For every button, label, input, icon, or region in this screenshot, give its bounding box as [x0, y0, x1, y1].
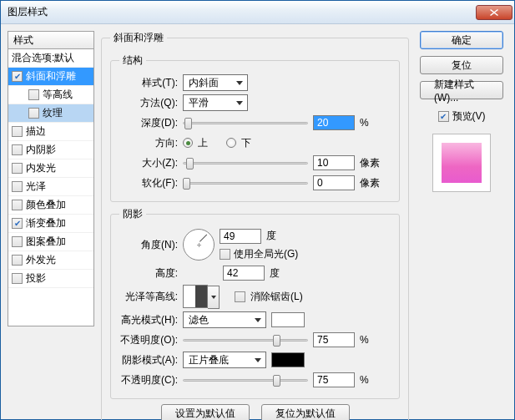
style-label: 样式(T):	[119, 76, 178, 90]
shadow-opacity-unit: %	[360, 374, 369, 386]
close-button[interactable]	[476, 5, 512, 20]
depth-label: 深度(D):	[119, 116, 178, 130]
checkbox-icon[interactable]	[12, 236, 23, 247]
checkbox-icon[interactable]	[12, 255, 23, 266]
gloss-label: 光泽等高线:	[119, 290, 178, 304]
sidebar-item-outerglow[interactable]: 外发光	[8, 251, 93, 270]
direction-up-label: 上	[198, 136, 208, 150]
highlight-opacity-label: 不透明度(O):	[119, 333, 178, 347]
button-label: 新建样式(W)...	[434, 78, 489, 104]
sidebar-item-texture[interactable]: 纹理	[8, 104, 93, 123]
antialias-checkbox[interactable]	[235, 291, 245, 302]
sidebar-item-label: 外发光	[26, 253, 56, 267]
window-title: 图层样式	[8, 5, 48, 19]
antialias-label: 消除锯齿(L)	[250, 290, 303, 304]
sidebar-item-gradientoverlay[interactable]: 渐变叠加	[8, 215, 93, 233]
select-value: 内斜面	[189, 76, 219, 90]
direction-down-radio[interactable]	[226, 138, 236, 148]
shadow-mode-select[interactable]: 正片叠底	[183, 352, 266, 368]
highlight-color-swatch[interactable]	[271, 312, 305, 327]
button-label: 复位	[452, 58, 472, 73]
chevron-down-icon	[252, 354, 264, 366]
sidebar-item-label: 等高线	[43, 88, 73, 102]
shadow-opacity-slider[interactable]	[183, 374, 308, 386]
checkbox-icon[interactable]	[12, 181, 23, 192]
altitude-input[interactable]: 42	[223, 266, 265, 281]
button-label: 确定	[452, 33, 472, 48]
set-default-button[interactable]: 设置为默认值	[161, 404, 250, 420]
style-select[interactable]: 内斜面	[183, 74, 248, 91]
checkbox-icon[interactable]	[12, 71, 23, 82]
checkbox-icon[interactable]	[12, 163, 23, 174]
sidebar-item-label: 描边	[26, 124, 46, 139]
gloss-contour-picker[interactable]	[183, 285, 208, 308]
sidebar-item-innerglow[interactable]: 内发光	[8, 159, 93, 178]
direction-up-radio[interactable]	[183, 138, 193, 148]
angle-input[interactable]: 49	[220, 229, 261, 244]
styles-sidebar: 样式 混合选项:默认 斜面和浮雕 等高线 纹理 描边 内阴影 内发光 光泽 颜色…	[8, 31, 94, 412]
sidebar-item-patternoverlay[interactable]: 图案叠加	[8, 233, 93, 251]
size-unit: 像素	[360, 156, 380, 170]
global-light-checkbox[interactable]	[220, 249, 230, 260]
direction-down-label: 下	[241, 136, 251, 150]
sidebar-item-label: 图案叠加	[26, 235, 66, 249]
preview-checkbox[interactable]	[438, 111, 449, 122]
altitude-label: 高度:	[119, 266, 178, 281]
direction-label: 方向:	[119, 136, 178, 150]
shadow-opacity-input[interactable]: 75	[313, 372, 355, 387]
sidebar-item-label: 渐变叠加	[26, 216, 66, 230]
shading-group: 阴影 角度(N): 49 度 使用全局	[110, 207, 400, 399]
sidebar-item-label: 内阴影	[26, 143, 56, 157]
method-select[interactable]: 平滑	[183, 94, 248, 111]
sidebar-item-bevel[interactable]: 斜面和浮雕	[8, 68, 93, 86]
checkbox-icon[interactable]	[12, 218, 23, 229]
highlight-opacity-input[interactable]: 75	[313, 332, 355, 347]
sidebar-item-satin[interactable]: 光泽	[8, 178, 93, 196]
sidebar-item-coloroverlay[interactable]: 颜色叠加	[8, 196, 93, 215]
dialog-window: 图层样式 样式 混合选项:默认 斜面和浮雕 等高线 纹理 描边 内阴影 内发光 …	[0, 0, 515, 420]
newstyle-button[interactable]: 新建样式(W)...	[420, 81, 503, 99]
chevron-down-icon	[234, 77, 245, 89]
sidebar-item-innershadow[interactable]: 内阴影	[8, 141, 93, 159]
angle-unit: 度	[266, 229, 276, 243]
sidebar-item-contour[interactable]: 等高线	[8, 86, 93, 104]
cancel-button[interactable]: 复位	[420, 56, 503, 74]
checkbox-icon[interactable]	[12, 144, 23, 155]
size-input[interactable]: 10	[313, 155, 355, 170]
styles-header: 样式	[8, 31, 94, 49]
depth-slider[interactable]	[183, 117, 308, 129]
checkbox-icon[interactable]	[28, 108, 39, 119]
styles-header-label: 样式	[13, 33, 33, 48]
chevron-down-icon	[234, 97, 245, 109]
angle-dial[interactable]	[183, 229, 215, 261]
titlebar[interactable]: 图层样式	[1, 1, 514, 24]
sidebar-item-stroke[interactable]: 描边	[8, 123, 93, 141]
preview-gradient	[442, 143, 482, 183]
checkbox-icon[interactable]	[12, 273, 23, 284]
size-slider[interactable]	[183, 157, 308, 169]
sidebar-item-blend[interactable]: 混合选项:默认	[8, 49, 93, 68]
checkbox-icon[interactable]	[12, 200, 23, 210]
soften-slider[interactable]	[183, 177, 308, 189]
sidebar-item-dropshadow[interactable]: 投影	[8, 270, 93, 288]
checkbox-icon[interactable]	[12, 126, 23, 137]
chevron-down-icon[interactable]	[208, 286, 220, 309]
sidebar-item-label: 斜面和浮雕	[26, 69, 76, 83]
shadow-color-swatch[interactable]	[271, 352, 305, 367]
close-icon	[490, 9, 498, 16]
highlight-opacity-slider[interactable]	[183, 334, 308, 346]
highlight-mode-select[interactable]: 滤色	[183, 311, 266, 328]
soften-input[interactable]: 0	[313, 175, 355, 190]
styles-listbox[interactable]: 混合选项:默认 斜面和浮雕 等高线 纹理 描边 内阴影 内发光 光泽 颜色叠加 …	[8, 49, 94, 326]
depth-input[interactable]: 20	[313, 115, 355, 130]
checkbox-icon[interactable]	[28, 89, 39, 100]
sidebar-item-label: 纹理	[43, 106, 63, 120]
angle-label: 角度(N):	[119, 238, 178, 252]
reset-default-button[interactable]: 复位为默认值	[261, 404, 350, 420]
soften-label: 软化(F):	[119, 176, 178, 190]
ok-button[interactable]: 确定	[420, 31, 503, 49]
highlight-opacity-unit: %	[360, 334, 369, 346]
select-value: 滤色	[189, 313, 209, 327]
button-label: 复位为默认值	[275, 407, 336, 421]
chevron-down-icon	[252, 314, 264, 326]
